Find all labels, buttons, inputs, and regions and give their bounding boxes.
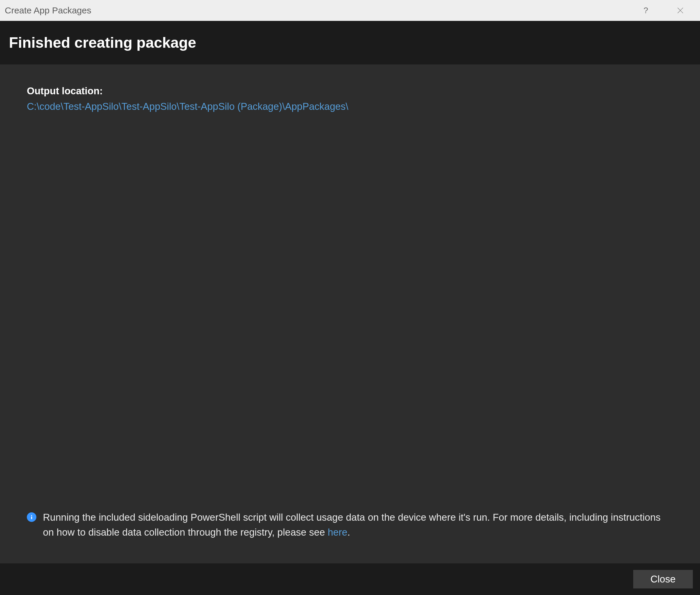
- window-close-button[interactable]: [674, 6, 686, 15]
- output-location-link[interactable]: C:\code\Test-AppSilo\Test-AppSilo\Test-A…: [27, 101, 673, 112]
- info-note: Running the included sideloading PowerSh…: [27, 510, 673, 551]
- info-text-before: Running the included sideloading PowerSh…: [43, 512, 661, 538]
- svg-point-2: [31, 515, 32, 516]
- titlebar-controls: ?: [641, 4, 695, 17]
- svg-rect-3: [31, 516, 32, 519]
- titlebar: Create App Packages ?: [0, 0, 700, 21]
- header-banner: Finished creating package: [0, 21, 700, 64]
- info-text-after: .: [347, 527, 350, 538]
- content-area: Output location: C:\code\Test-AppSilo\Te…: [0, 64, 700, 563]
- footer: Close: [0, 563, 700, 595]
- close-icon: [677, 7, 684, 14]
- info-text: Running the included sideloading PowerSh…: [43, 510, 673, 539]
- page-title: Finished creating package: [9, 34, 691, 51]
- info-icon: [27, 512, 36, 522]
- close-button[interactable]: Close: [633, 570, 693, 589]
- output-location-label: Output location:: [27, 85, 673, 97]
- help-button[interactable]: ?: [641, 4, 650, 17]
- info-here-link[interactable]: here: [328, 527, 347, 538]
- content-spacer: [27, 112, 673, 510]
- window-title: Create App Packages: [5, 5, 641, 16]
- dialog-window: Create App Packages ? Finished creating …: [0, 0, 700, 595]
